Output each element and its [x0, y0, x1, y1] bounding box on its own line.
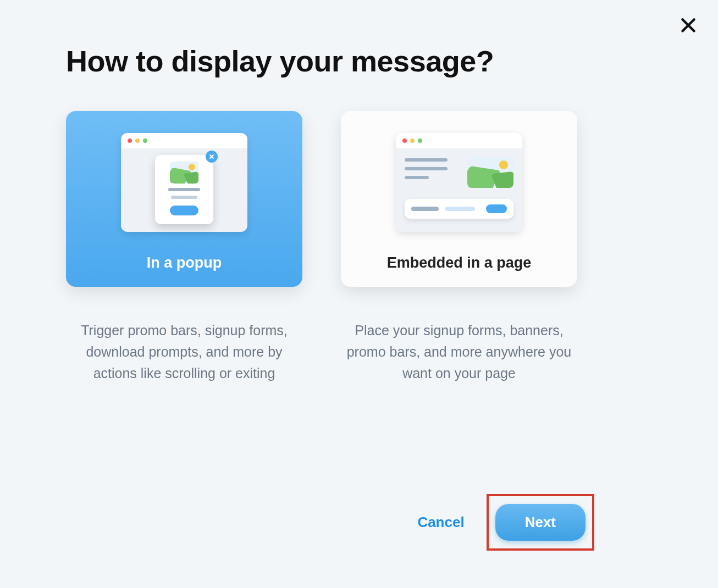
next-button-highlight: Next: [487, 494, 594, 551]
popup-preview-icon: [155, 155, 213, 224]
option-description-embedded: Place your signup forms, banners, promo …: [341, 320, 577, 384]
embedded-illustration: [396, 133, 522, 232]
option-descriptions: Trigger promo bars, signup forms, downlo…: [66, 320, 652, 384]
window-header-icon: [396, 133, 522, 148]
option-card-popup[interactable]: In a popup: [66, 111, 302, 287]
next-button[interactable]: Next: [495, 504, 586, 541]
option-card-embedded[interactable]: Embedded in a page: [341, 111, 577, 287]
option-description-popup: Trigger promo bars, signup forms, downlo…: [66, 320, 302, 384]
image-placeholder-icon: [467, 157, 513, 188]
option-label: In a popup: [147, 254, 222, 271]
image-placeholder-icon: [170, 162, 198, 184]
display-message-modal: How to display your message?: [0, 0, 718, 588]
popup-close-icon: [206, 151, 218, 163]
cancel-button[interactable]: Cancel: [417, 514, 464, 531]
option-label: Embedded in a page: [387, 254, 532, 271]
modal-title: How to display your message?: [66, 44, 652, 78]
embedded-preview-icon: [396, 148, 522, 232]
close-icon[interactable]: [678, 15, 698, 35]
modal-footer: Cancel Next: [417, 494, 594, 551]
option-cards: In a popup: [66, 111, 652, 287]
popup-illustration: [121, 133, 247, 232]
window-header-icon: [121, 133, 247, 148]
